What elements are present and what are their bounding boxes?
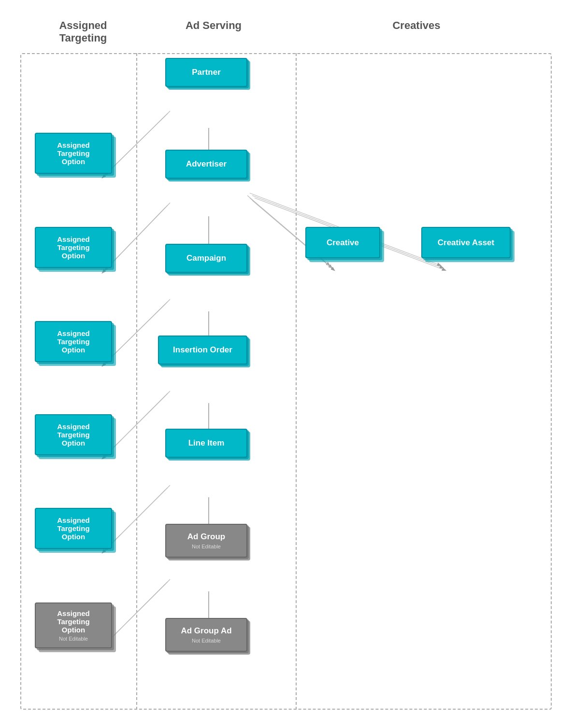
at6-node: AssignedTargetingOption Not Editable <box>35 602 112 648</box>
ad-group-node: Ad Group Not Editable <box>165 524 247 558</box>
at1-node: AssignedTargetingOption <box>35 133 112 174</box>
creative-asset-node: Creative Asset <box>421 227 511 258</box>
at3-node: AssignedTargetingOption <box>35 321 112 362</box>
adserving-divider <box>136 53 137 710</box>
header-creatives: Creatives <box>300 19 532 32</box>
partner-node: Partner <box>165 58 247 87</box>
header-ad-serving: Ad Serving <box>165 19 262 32</box>
insertion-order-node: Insertion Order <box>158 336 247 364</box>
at2-node: AssignedTargetingOption <box>35 227 112 268</box>
advertiser-node: Advertiser <box>165 150 247 179</box>
header-assigned-targeting: Assigned Targeting <box>35 19 131 44</box>
at4-node: AssignedTargetingOption <box>35 414 112 455</box>
ad-group-ad-node: Ad Group Ad Not Editable <box>165 618 247 652</box>
creative-node: Creative <box>305 227 380 258</box>
at5-node: AssignedTargetingOption <box>35 508 112 549</box>
diagram-container: Assigned Targeting Ad Serving Creatives <box>20 14 552 710</box>
campaign-node: Campaign <box>165 244 247 273</box>
line-item-node: Line Item <box>165 429 247 458</box>
creatives-divider <box>296 53 552 710</box>
